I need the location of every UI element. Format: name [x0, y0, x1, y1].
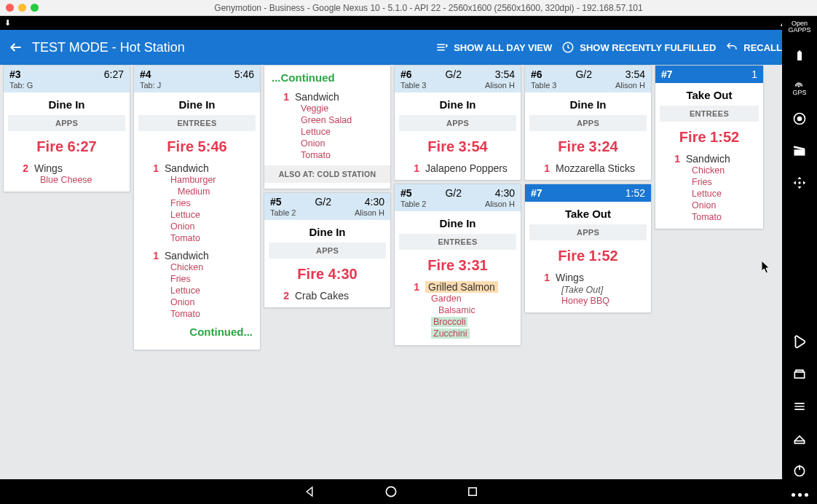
back-icon[interactable] — [9, 40, 23, 55]
ticket-card[interactable]: #36:27 Tab: G Dine In APPS Fire 6:27 2Wi… — [3, 65, 130, 192]
android-nav-bar — [0, 479, 782, 504]
mac-close[interactable] — [6, 4, 14, 12]
svg-rect-11 — [794, 372, 804, 378]
svg-rect-5 — [799, 51, 801, 52]
recall-button[interactable]: RECALL — [725, 40, 782, 55]
course-label: APPS — [8, 115, 125, 131]
android-home-icon[interactable] — [790, 429, 809, 448]
modifier: Blue Cheese — [4, 174, 130, 186]
line-item: 2Wings — [4, 161, 130, 174]
continued-label: Continued... — [141, 326, 253, 338]
fire-time: Fire 6:27 — [4, 138, 130, 155]
ticket-card[interactable]: ...Continued 1Sandwich Veggie Green Sala… — [264, 65, 391, 189]
svg-point-6 — [799, 86, 800, 87]
genymotion-rail: Open GAPPS GPS — [782, 16, 817, 504]
line-item: 1Sandwich — [134, 161, 260, 174]
order-type: Dine In — [4, 98, 130, 111]
ticket-card[interactable]: #6G/23:54 Table 3Alison H Dine In APPS F… — [524, 65, 652, 181]
dpad-icon[interactable] — [790, 173, 809, 192]
svg-rect-13 — [794, 441, 804, 443]
mac-max[interactable] — [31, 4, 39, 12]
android-menu-icon[interactable] — [790, 397, 809, 416]
nav-recent-icon[interactable] — [465, 484, 481, 500]
battery-icon[interactable] — [790, 47, 809, 66]
android-back-icon[interactable] — [790, 333, 809, 352]
svg-rect-4 — [797, 52, 802, 60]
line-item: 2Crab Cakes — [264, 288, 390, 302]
power-icon[interactable] — [790, 461, 809, 480]
svg-point-10 — [798, 181, 800, 184]
mac-min[interactable] — [18, 4, 26, 12]
ticket-card[interactable]: #45:46 Tab: J Dine In ENTREES Fire 5:46 … — [133, 65, 261, 350]
undo-icon — [725, 40, 739, 55]
show-recent-button[interactable]: SHOW RECENTLY FULFILLED — [561, 40, 716, 55]
ticket-time: 6:27 — [104, 68, 124, 80]
line-item: 1Grilled Salmon — [395, 280, 521, 293]
also-at-label: ALSO AT: COLD STATION — [264, 165, 390, 183]
line-item: 1Jalapeno Poppers — [395, 161, 521, 174]
android-status-bar: ⬇ ▲ ▮ 4:32 — [0, 16, 817, 30]
line-item: 1Sandwich — [655, 151, 763, 165]
ticket-card[interactable]: #71:52 Take Out APPS Fire 1:52 1Wings [T… — [524, 184, 652, 313]
line-item: 1Sandwich — [264, 90, 390, 103]
line-item: 1Sandwich — [134, 248, 260, 261]
ticket-board: #36:27 Tab: G Dine In APPS Fire 6:27 2Wi… — [3, 65, 775, 479]
nav-back-icon[interactable] — [301, 484, 317, 500]
svg-rect-9 — [794, 149, 805, 155]
ticket-card[interactable]: #5G/24:30 Table 2Alison H Dine In ENTREE… — [394, 184, 521, 346]
continued-label: ...Continued — [272, 71, 383, 84]
nav-home-icon[interactable] — [383, 484, 399, 500]
ticket-card[interactable]: #5G/24:30 Table 2Alison H Dine In APPS F… — [264, 192, 391, 308]
ticket-card[interactable]: #71 Take Out ENTREES Fire 1:52 1Sandwich… — [655, 65, 764, 229]
item-note: [Take Out] — [525, 283, 651, 295]
mac-titlebar: Genymotion - Business - Google Nexus 10 … — [0, 0, 817, 16]
show-all-day-button[interactable]: SHOW ALL DAY VIEW — [435, 40, 552, 55]
clock-icon — [561, 40, 575, 55]
svg-point-8 — [797, 117, 802, 122]
download-icon: ⬇ — [4, 18, 11, 28]
list-icon — [435, 40, 449, 55]
camera-icon[interactable] — [790, 109, 809, 128]
clapper-icon[interactable] — [790, 141, 809, 160]
svg-rect-16 — [469, 488, 477, 496]
ticket-number: #3 — [9, 68, 21, 80]
more-icon[interactable] — [792, 493, 808, 497]
ticket-subtitle: Tab: G — [9, 81, 33, 90]
gps-icon[interactable]: GPS — [792, 79, 806, 96]
app-bar: TEST MODE - Hot Station SHOW ALL DAY VIE… — [0, 30, 817, 65]
android-recent-icon[interactable] — [790, 365, 809, 384]
ticket-card[interactable]: #6G/23:54 Table 3Alison H Dine In APPS F… — [394, 65, 521, 181]
svg-rect-12 — [796, 370, 803, 372]
open-gapps-label[interactable]: Open GAPPS — [782, 20, 817, 34]
line-item: 1Wings — [525, 270, 651, 283]
line-item: 1Mozzarella Sticks — [525, 161, 651, 174]
page-title: TEST MODE - Hot Station — [32, 40, 426, 55]
svg-point-15 — [386, 487, 395, 496]
window-title: Genymotion - Business - Google Nexus 10 … — [46, 3, 811, 13]
